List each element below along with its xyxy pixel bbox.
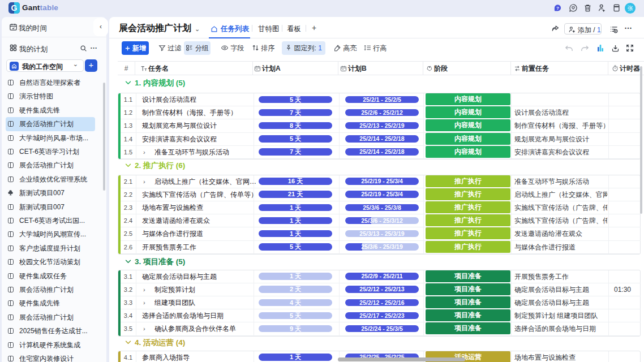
svg-text:?: ? bbox=[556, 6, 559, 11]
